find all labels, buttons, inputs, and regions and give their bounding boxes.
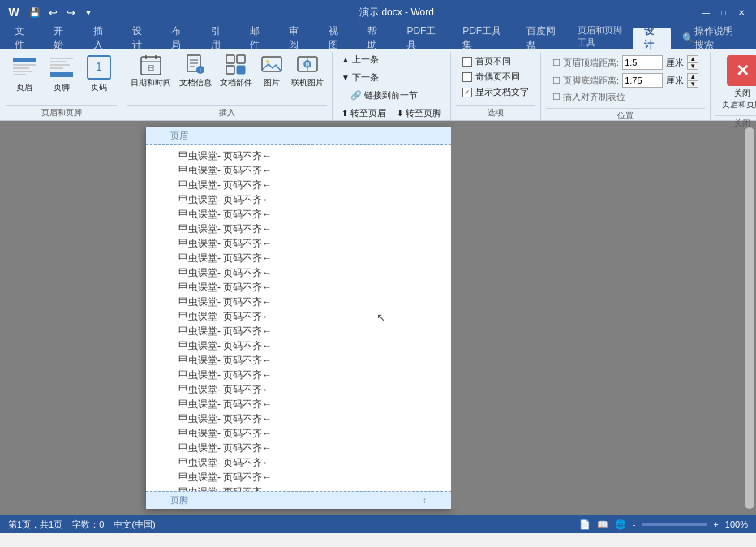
svg-rect-9 [50, 72, 73, 77]
goto-footer-button[interactable]: ⬇ 转至页脚 [393, 106, 445, 121]
redo-icon[interactable]: ↪ [63, 5, 78, 19]
close-window-button[interactable]: ✕ [733, 4, 750, 20]
undo-icon[interactable]: ↩ [45, 5, 60, 19]
close-icon: ✕ [727, 55, 756, 86]
showtext-option[interactable]: 显示文档文字 [462, 86, 529, 98]
status-bar-right: 📄 📖 🌐 - + 100% [579, 519, 748, 530]
tab-context-design[interactable]: 设计 [633, 28, 671, 49]
footer-distance-up[interactable]: ▲ [687, 73, 698, 80]
header-distance-up[interactable]: ▲ [687, 55, 698, 62]
tab-insert[interactable]: 插入 [82, 28, 121, 49]
tab-home[interactable]: 开始 [42, 28, 81, 49]
view-read-icon[interactable]: 📖 [597, 519, 608, 530]
tab-review[interactable]: 审阅 [277, 28, 316, 49]
word-count: 字数：0 [72, 519, 104, 531]
tab-references[interactable]: 引用 [200, 28, 238, 49]
tab-baidu[interactable]: 百度网盘 [515, 28, 571, 49]
datetime-label: 日期和时间 [131, 77, 171, 88]
header-distance-unit: 厘米 [666, 57, 684, 69]
docinfo-button[interactable]: i 文档信息 [176, 52, 215, 90]
context-tab-label: 页眉和页脚工具 [571, 24, 634, 49]
svg-rect-5 [50, 58, 73, 59]
picture-button[interactable]: 图片 [257, 52, 286, 90]
document-line: 甲虫课堂- 页码不齐← [178, 338, 419, 353]
datetime-icon: 日 [140, 54, 162, 76]
svg-text:1: 1 [96, 60, 102, 73]
footer-label: 页脚 [54, 82, 70, 93]
header-distance-down[interactable]: ▼ [687, 62, 698, 70]
footer-distance-input[interactable] [622, 73, 663, 88]
onlinepic-button[interactable]: 联机图片 [288, 52, 327, 90]
minimize-button[interactable]: — [698, 4, 714, 20]
ribbon-group-position-content: ☐ 页眉顶端距离: 厘米 ▲ ▼ ☐ 页脚底端距离: 厘米 ▲ [546, 52, 705, 106]
onlinepic-label: 联机图片 [291, 77, 324, 88]
ribbon-group-close-content: ✕ 关闭页眉和页脚 [715, 52, 756, 114]
document-line: 甲虫课堂- 页码不齐← [178, 149, 419, 163]
document-line: 甲虫课堂- 页码不齐← [178, 236, 419, 251]
tab-mail[interactable]: 邮件 [238, 28, 277, 49]
page-header[interactable]: 页眉 [146, 127, 451, 145]
goto-header-button[interactable]: ⬆ 转至页眉 [337, 106, 390, 121]
close-headerfooter-button[interactable]: ✕ 关闭页眉和页脚 [722, 55, 756, 110]
left-sidebar [0, 127, 146, 509]
document-line: 甲虫课堂- 页码不齐← [178, 192, 419, 207]
tab-help[interactable]: 帮助 [356, 28, 395, 49]
svg-rect-4 [13, 74, 26, 75]
view-web-icon[interactable]: 🌐 [615, 519, 626, 530]
header-button[interactable]: 页眉 [6, 52, 42, 96]
footer-button[interactable]: 页脚 [44, 52, 79, 96]
ribbon: 页眉 页脚 1 页码 页眉和页脚 [0, 49, 756, 121]
link-prev-button[interactable]: 🔗 链接到前一节 [337, 88, 422, 103]
header-distance-input[interactable] [622, 55, 663, 70]
document-line: 甲虫课堂- 页码不齐← [178, 411, 419, 426]
datetime-button[interactable]: 日 日期和时间 [127, 52, 174, 90]
docinfo-label: 文档信息 [179, 77, 212, 88]
ribbon-group-header-footer-content: 页眉 页脚 1 页码 [6, 52, 117, 103]
ribbon-group-options-content: 首页不同 奇偶页不同 显示文档文字 [456, 52, 535, 103]
ribbon-group-header-footer: 页眉 页脚 1 页码 页眉和页脚 [2, 52, 122, 120]
tab-pdftoolset[interactable]: PDF工具集 [451, 28, 515, 49]
document-line: 甲虫课堂- 页码不齐← [178, 368, 419, 382]
header-distance-row: ☐ 页眉顶端距离: 厘米 ▲ ▼ [552, 55, 698, 70]
oddeven-checkbox[interactable] [462, 72, 472, 82]
zoom-slider[interactable] [642, 523, 707, 526]
tab-design[interactable]: 设计 [121, 28, 160, 49]
document-line: 甲虫课堂- 页码不齐← [178, 163, 419, 178]
footer-zone-label: 页脚 [170, 494, 188, 506]
page-footer[interactable]: 页脚 ↕ [146, 491, 451, 509]
ribbon-group-options: 首页不同 奇偶页不同 显示文档文字 选项 [451, 52, 541, 120]
maximize-button[interactable]: □ [715, 4, 732, 20]
tab-pdftool[interactable]: PDF工具 [395, 28, 451, 49]
tab-view[interactable]: 视图 [317, 28, 356, 49]
ribbon-group-options-label: 选项 [456, 105, 535, 120]
next-section-button[interactable]: ▼ 下一条 [337, 70, 383, 85]
tab-file[interactable]: 文件 [3, 28, 42, 49]
document-line: 甲虫课堂- 页码不齐← [178, 309, 419, 324]
close-area: ✕ 关闭页眉和页脚 [715, 52, 756, 114]
zoom-out-icon[interactable]: - [633, 519, 636, 529]
scroll-track[interactable] [745, 127, 754, 509]
header-distance-label: ☐ 页眉顶端距离: [552, 57, 619, 69]
view-print-icon[interactable]: 📄 [579, 519, 591, 530]
showtext-checkbox[interactable] [462, 88, 472, 97]
firstpage-checkbox[interactable] [462, 57, 472, 67]
oddeven-option[interactable]: 奇偶页不同 [462, 71, 529, 83]
customize-icon[interactable]: ▼ [81, 5, 96, 19]
prev-section-button[interactable]: ▲ 上一条 [337, 52, 383, 67]
tab-layout[interactable]: 布局 [160, 28, 199, 49]
title-bar: W 💾 ↩ ↪ ▼ 演示.docx - Word — □ ✕ [0, 0, 756, 24]
firstpage-option[interactable]: 首页不同 [462, 55, 529, 67]
document-line: 甲虫课堂- 页码不齐← [178, 455, 419, 470]
document-line: 甲虫课堂- 页码不齐← [178, 485, 419, 491]
ribbon-content: 页眉 页脚 1 页码 页眉和页脚 [0, 49, 756, 120]
save-icon[interactable]: 💾 [28, 5, 42, 19]
ribbon-group-insert-label: 插入 [127, 105, 327, 120]
search-tab[interactable]: 🔍 操作说明搜索 [671, 28, 750, 49]
onlinepic-icon [296, 54, 319, 76]
docparts-icon [225, 54, 247, 76]
pagenumber-button[interactable]: 1 页码 [81, 52, 117, 96]
footer-distance-down[interactable]: ▼ [687, 80, 698, 88]
zoom-in-icon[interactable]: + [713, 519, 718, 529]
gotofooter-label: 转至页脚 [406, 107, 441, 119]
docparts-button[interactable]: 文档部件 [217, 52, 256, 90]
